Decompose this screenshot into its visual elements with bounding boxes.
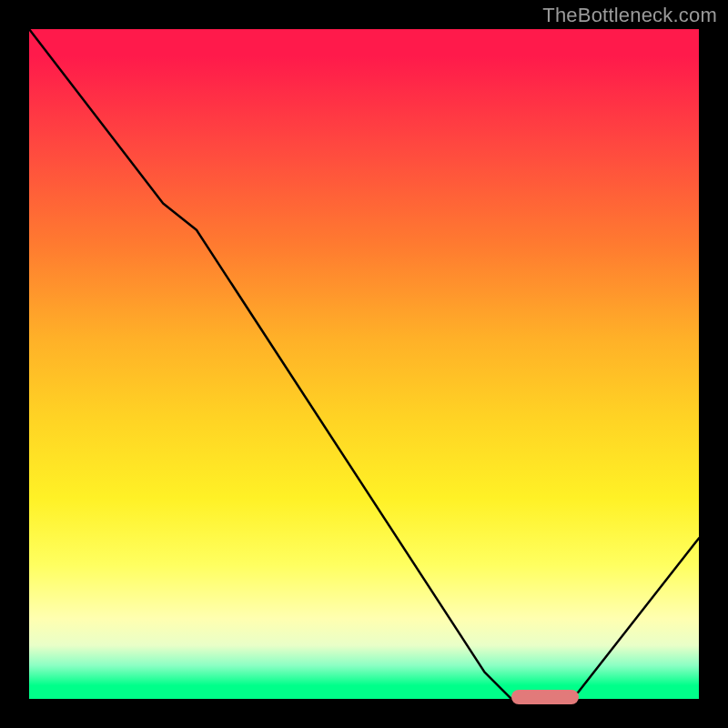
- optimal-range-marker: [511, 690, 579, 704]
- watermark-text: TheBottleneck.com: [542, 4, 717, 27]
- plot-area: [29, 29, 699, 699]
- bottleneck-curve: [29, 29, 699, 699]
- chart-container: TheBottleneck.com: [0, 0, 728, 728]
